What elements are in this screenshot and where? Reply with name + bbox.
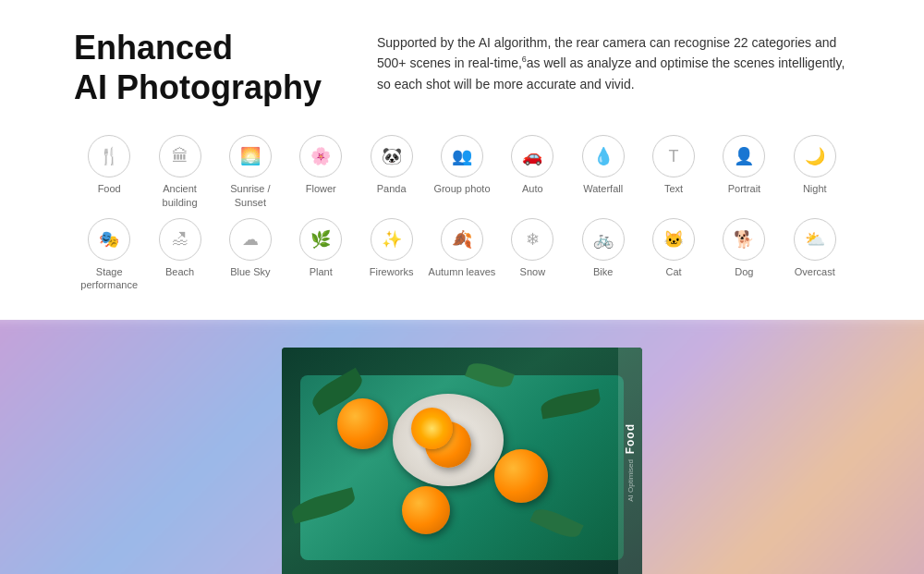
icon-item-flower: 🌸Flower: [286, 135, 356, 209]
icon-item-waterfall: 💧Waterfall: [568, 135, 638, 209]
icon-label: Food: [98, 182, 121, 195]
icon-circle: 👥: [441, 135, 483, 177]
icon-label: Night: [803, 182, 827, 195]
image-category-label: Food: [624, 423, 637, 454]
icon-label: Dog: [735, 265, 753, 278]
icon-circle: 🍂: [441, 218, 483, 261]
icon-label: Cat: [665, 265, 681, 278]
side-label-panel: Food AI Optimised: [618, 348, 642, 574]
icon-circle: 🎭: [88, 218, 130, 261]
icon-label: Overcast: [795, 265, 835, 278]
icon-label: Sunrise / Sunset: [215, 182, 286, 209]
icon-label: Auto: [522, 182, 543, 195]
icon-item-text: TText: [638, 135, 709, 209]
icon-circle: ⛅: [794, 218, 836, 261]
icons-section: 🍴Food🏛Ancient building🌅Sunrise / Sunset🌸…: [0, 126, 924, 310]
icon-circle: 👤: [723, 135, 765, 177]
icon-circle: ❄: [511, 218, 553, 261]
icon-item-cat: 🐱Cat: [638, 218, 709, 292]
icon-label: Plant: [310, 265, 333, 278]
icon-circle: 🚲: [582, 218, 625, 261]
icon-circle: 🌅: [229, 135, 272, 177]
icon-item-panda: 🐼Panda: [356, 135, 426, 209]
header-section: Enhanced AI Photography Supported by the…: [0, 0, 924, 126]
icon-row-1: 🍴Food🏛Ancient building🌅Sunrise / Sunset🌸…: [74, 135, 850, 209]
icon-label: Autumn leaves: [429, 265, 496, 278]
orange-3: [494, 449, 548, 503]
icon-label: Beach: [165, 265, 194, 278]
icon-item-group-photo: 👥Group photo: [427, 135, 497, 209]
icon-label: Bike: [593, 265, 613, 278]
icon-item-auto: 🚗Auto: [497, 135, 567, 209]
icon-item-ancient-building: 🏛Ancient building: [144, 135, 214, 209]
icon-circle: ☁: [229, 218, 272, 261]
fruit-scene: Food AI Optimised: [282, 348, 642, 574]
orange-4: [402, 486, 450, 534]
food-image-container: Food AI Optimised: [282, 348, 642, 574]
icon-label: Ancient building: [144, 182, 214, 209]
description-block: Supported by the AI algorithm, the rear …: [377, 28, 850, 94]
icon-item-fireworks: ✨Fireworks: [356, 218, 426, 292]
icon-item-snow: ❄Snow: [497, 218, 567, 292]
icon-item-plant: 🌿Plant: [286, 218, 356, 292]
icon-circle: 💧: [582, 135, 625, 177]
icon-label: Portrait: [728, 182, 760, 195]
icon-item-beach: 🏖Beach: [144, 218, 214, 292]
icon-item-overcast: ⛅Overcast: [780, 218, 850, 292]
icon-circle: 🐼: [371, 135, 413, 177]
icon-label: Panda: [377, 182, 407, 195]
icon-circle: 🐱: [652, 218, 695, 261]
icon-item-night: 🌙Night: [780, 135, 850, 209]
icon-item-sunrise-/-sunset: 🌅Sunrise / Sunset: [215, 135, 286, 209]
icon-label: Waterfall: [583, 182, 623, 195]
icon-item-autumn-leaves: 🍂Autumn leaves: [427, 218, 497, 292]
icon-label: Snow: [520, 265, 546, 278]
title-block: Enhanced AI Photography: [74, 28, 322, 107]
icon-item-portrait: 👤Portrait: [709, 135, 779, 209]
icon-label: Group photo: [433, 182, 490, 195]
icon-label: Flower: [306, 182, 336, 195]
orange-slice: [411, 408, 453, 449]
icon-label: Fireworks: [370, 265, 414, 278]
icon-label: Blue Sky: [230, 265, 270, 278]
icon-item-bike: 🚲Bike: [568, 218, 638, 292]
icon-label: Stage performance: [74, 265, 144, 292]
main-title: Enhanced AI Photography: [74, 28, 322, 107]
icon-circle: 🏛: [159, 135, 201, 177]
icon-label: Text: [664, 182, 683, 195]
icon-circle: 🌙: [794, 135, 836, 177]
icon-circle: ✨: [371, 218, 413, 261]
icon-circle: 🌸: [299, 135, 342, 177]
icon-item-stage-performance: 🎭Stage performance: [74, 218, 144, 292]
icon-item-blue-sky: ☁Blue Sky: [215, 218, 286, 292]
icon-circle: 🐕: [723, 218, 765, 261]
icon-item-food: 🍴Food: [74, 135, 144, 209]
icon-item-dog: 🐕Dog: [709, 218, 779, 292]
icon-circle: 🏖: [159, 218, 201, 261]
icon-circle: 🚗: [511, 135, 553, 177]
icon-circle: 🌿: [299, 218, 342, 261]
image-sub-label: AI Optimised: [626, 459, 635, 502]
bottom-image-section: Food AI Optimised: [0, 320, 924, 574]
icon-circle: T: [652, 135, 695, 177]
orange-1: [337, 398, 388, 449]
description-text: Supported by the AI algorithm, the rear …: [377, 32, 850, 94]
icon-row-2: 🎭Stage performance🏖Beach☁Blue Sky🌿Plant✨…: [74, 218, 850, 292]
icon-circle: 🍴: [88, 135, 130, 177]
